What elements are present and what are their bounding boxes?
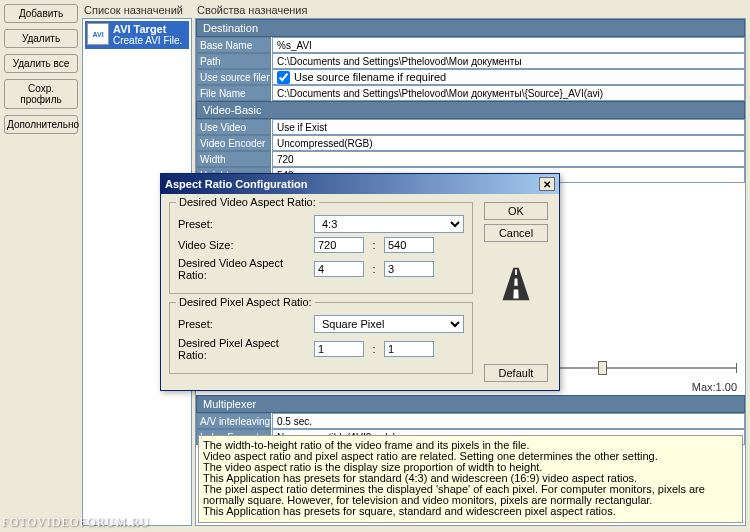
prop-value-use-source[interactable]: Use source filename if required: [272, 69, 745, 85]
section-multiplexer[interactable]: Multiplexer: [196, 395, 745, 413]
prop-label-interleaving: A/V interleaving …: [196, 413, 271, 429]
help-description-box: The width-to-height ratio of the video f…: [198, 435, 743, 523]
video-ratio-label: Desired Video Aspect Ratio:: [178, 257, 308, 281]
video-ratio-b-input[interactable]: [384, 261, 434, 277]
prop-value-filename[interactable]: C:\Documents and Settings\Pthelovod\Мои …: [272, 85, 745, 101]
video-width-input[interactable]: [314, 237, 364, 253]
list-item-title: AVI Target: [113, 23, 182, 35]
slider-max-label: Max:1.00: [692, 381, 737, 393]
pixel-ratio-label: Desired Pixel Aspect Ratio:: [178, 337, 308, 361]
save-profile-button[interactable]: Сохр. профиль: [4, 79, 78, 109]
prop-label-basename: Base Name: [196, 37, 271, 53]
section-destination[interactable]: Destination: [196, 19, 745, 37]
dialog-titlebar[interactable]: Aspect Ratio Configuration ✕: [161, 174, 559, 194]
close-icon[interactable]: ✕: [539, 177, 555, 191]
prop-value-basename[interactable]: %s_AVI: [272, 37, 745, 53]
pixel-ratio-a-input[interactable]: [314, 341, 364, 357]
prop-label-use-video: Use Video: [196, 119, 271, 135]
slider-thumb[interactable]: [598, 361, 607, 375]
properties-header: Свойства назначения: [195, 4, 746, 18]
section-video-basic[interactable]: Video-Basic: [196, 101, 745, 119]
default-button[interactable]: Default: [484, 364, 548, 382]
video-preset-select[interactable]: 4:3: [314, 215, 464, 233]
add-button[interactable]: Добавить: [4, 4, 78, 23]
prop-value-path[interactable]: C:\Documents and Settings\Pthelovod\Мои …: [272, 53, 745, 69]
more-button[interactable]: Дополнительно: [4, 115, 78, 134]
aspect-ratio-dialog: Aspect Ratio Configuration ✕ Desired Vid…: [160, 173, 560, 391]
prop-value-width[interactable]: 720: [272, 151, 745, 167]
list-item-subtitle: Create AVI File.: [113, 35, 182, 47]
sidebar: Добавить Удалить Удалить все Сохр. профи…: [4, 4, 78, 140]
prop-value-encoder[interactable]: Uncompressed(RGB): [272, 135, 745, 151]
video-size-label: Video Size:: [178, 239, 308, 251]
prop-label-encoder: Video Encoder: [196, 135, 271, 151]
watermark: FOTOVIDEOFORUM.RU: [2, 515, 150, 530]
cancel-button[interactable]: Cancel: [484, 224, 548, 242]
preset-label: Preset:: [178, 218, 308, 230]
delete-button[interactable]: Удалить: [4, 29, 78, 48]
group-video-aspect-legend: Desired Video Aspect Ratio:: [176, 196, 319, 208]
ok-button[interactable]: OK: [484, 202, 548, 220]
target-list-header: Список назначений: [82, 4, 192, 18]
use-source-checkbox[interactable]: [277, 71, 290, 84]
dialog-title: Aspect Ratio Configuration: [165, 178, 307, 190]
prop-value-interleaving[interactable]: 0.5 sec.: [272, 413, 745, 429]
prop-label-use-source: Use source filena…: [196, 69, 271, 85]
group-video-aspect: Desired Video Aspect Ratio: Preset: 4:3 …: [169, 202, 473, 294]
group-pixel-aspect-legend: Desired Pixel Aspect Ratio:: [176, 296, 315, 308]
avi-file-icon: AVI: [87, 23, 109, 45]
video-ratio-a-input[interactable]: [314, 261, 364, 277]
prop-label-path: Path: [196, 53, 271, 69]
pixel-preset-select[interactable]: Square Pixel: [314, 315, 464, 333]
list-item[interactable]: AVI AVI Target Create AVI File.: [85, 21, 189, 49]
video-height-input[interactable]: [384, 237, 434, 253]
prop-label-filename: File Name: [196, 85, 271, 101]
pixel-ratio-b-input[interactable]: [384, 341, 434, 357]
road-icon: [498, 266, 534, 302]
prop-label-width: Width: [196, 151, 271, 167]
pixel-preset-label: Preset:: [178, 318, 308, 330]
group-pixel-aspect: Desired Pixel Aspect Ratio: Preset: Squa…: [169, 302, 473, 374]
delete-all-button[interactable]: Удалить все: [4, 54, 78, 73]
prop-value-use-video[interactable]: Use if Exist: [272, 119, 745, 135]
